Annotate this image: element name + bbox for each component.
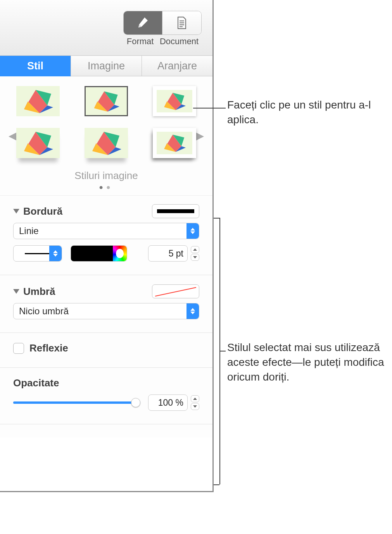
tab-style[interactable]: Stil	[0, 56, 71, 76]
opacity-slider[interactable]	[13, 398, 140, 407]
border-type-popup[interactable]: Linie	[13, 223, 199, 239]
separator	[0, 275, 212, 275]
style-thumb[interactable]	[153, 128, 196, 158]
opacity-input[interactable]: 100 %	[148, 394, 188, 411]
stepper-down-button[interactable]	[191, 403, 199, 410]
border-section-header: Bordură	[13, 204, 199, 218]
border-width-field: 5 pt	[148, 245, 199, 262]
shadow-section-header: Umbră	[13, 284, 199, 298]
popup-arrows-icon	[187, 303, 199, 319]
line-style-popup[interactable]	[13, 245, 62, 262]
toolbar-segmented	[123, 11, 202, 35]
border-detail-row: 5 pt	[13, 245, 199, 262]
opacity-row: 100 %	[13, 394, 199, 411]
border-disclosure[interactable]: Bordură	[13, 205, 62, 217]
separator	[0, 332, 212, 333]
gallery-row-2	[4, 128, 209, 158]
tab-image[interactable]: Imagine	[71, 56, 142, 76]
callout-line	[193, 108, 226, 109]
inspector-tabs: Stil Imagine Aranjare	[0, 56, 212, 76]
shadow-type-popup[interactable]: Nicio umbră	[13, 303, 199, 319]
reflection-row: Reflexie	[13, 342, 199, 354]
document-button[interactable]	[162, 11, 201, 34]
styles-gallery: ◀ ▶	[0, 76, 212, 196]
brush-icon	[136, 16, 150, 30]
border-swatch-line	[157, 209, 194, 213]
border-type-value: Linie	[19, 226, 39, 236]
stepper-up-button[interactable]	[191, 246, 199, 253]
callout-line	[214, 484, 219, 485]
opacity-field: 100 %	[148, 394, 199, 411]
gallery-page-dots[interactable]: ●●	[4, 183, 209, 191]
callout-text-effects: Stilul selectat mai sus utilizează acest…	[227, 340, 390, 384]
callout-line	[214, 218, 219, 219]
stepper-down-button[interactable]	[191, 254, 199, 261]
slider-knob[interactable]	[131, 398, 140, 407]
style-thumb[interactable]	[85, 128, 128, 158]
opacity-stepper[interactable]	[191, 395, 199, 410]
stepper-up-button[interactable]	[191, 395, 199, 402]
gallery-next-button[interactable]: ▶	[195, 129, 204, 142]
style-thumb[interactable]	[153, 86, 196, 116]
document-label: Document	[160, 36, 199, 47]
shadow-preview-swatch[interactable]	[152, 284, 199, 298]
shadow-type-value: Nicio umbră	[19, 306, 69, 317]
toolbar: Format Document	[0, 0, 212, 56]
reflection-checkbox[interactable]	[13, 343, 24, 354]
popup-arrows-icon	[187, 223, 199, 239]
callout-text-styles: Faceți clic pe un stil pentru a-l aplica…	[227, 98, 382, 127]
gallery-title: Stiluri imagine	[4, 170, 209, 182]
style-thumb[interactable]	[16, 128, 60, 158]
separator	[0, 424, 212, 424]
border-title: Bordură	[23, 205, 62, 217]
tab-arrange[interactable]: Aranjare	[142, 56, 212, 76]
reflection-label: Reflexie	[29, 342, 68, 354]
format-label: Format	[127, 36, 154, 47]
shadow-title: Umbră	[23, 286, 55, 298]
callout-line	[219, 351, 226, 351]
border-width-stepper[interactable]	[191, 246, 199, 261]
toolbar-labels: Format Document	[124, 36, 202, 47]
color-swatch	[71, 246, 113, 261]
popup-arrows-icon	[49, 246, 62, 261]
border-preview-swatch[interactable]	[152, 204, 199, 218]
gallery-row-1	[4, 86, 209, 116]
format-sidebar: Format Document Stil Imagine Aranjare ◀ …	[0, 0, 214, 492]
document-icon	[176, 16, 187, 29]
style-sections: Bordură Linie 5 pt	[0, 196, 212, 438]
chevron-down-icon	[13, 209, 19, 214]
chevron-down-icon	[13, 289, 19, 294]
line-style-preview	[25, 253, 50, 254]
color-wheel-icon[interactable]	[113, 246, 127, 261]
separator	[0, 367, 212, 368]
gallery-wrap: ◀ ▶	[4, 86, 209, 158]
border-color-well[interactable]	[71, 245, 127, 262]
style-thumb[interactable]	[85, 86, 128, 116]
style-thumb[interactable]	[16, 86, 60, 116]
format-button[interactable]	[124, 11, 162, 34]
shadow-disclosure[interactable]: Umbră	[13, 286, 55, 298]
border-width-input[interactable]: 5 pt	[148, 245, 188, 262]
opacity-label: Opacitate	[13, 377, 199, 389]
